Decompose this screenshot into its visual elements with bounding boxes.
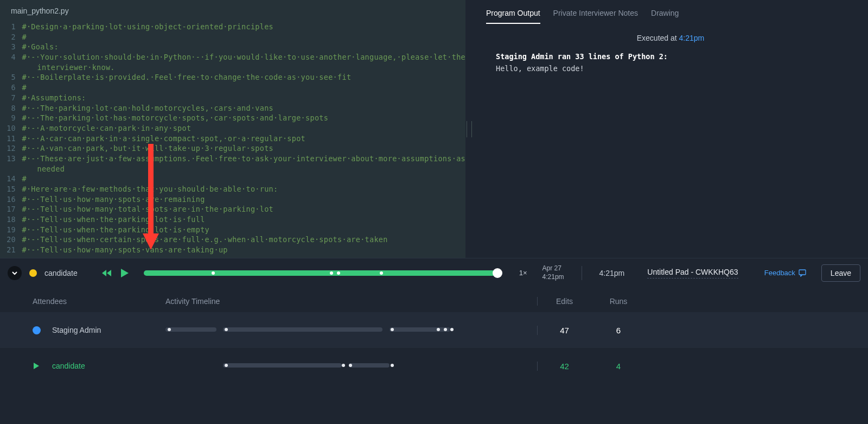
- code-area[interactable]: 123456789101112131415161718192021 #·Desi…: [0, 21, 465, 258]
- table-row[interactable]: Staging Admin476: [0, 312, 868, 348]
- output-tabs: Program Output Private Interviewer Notes…: [486, 5, 855, 24]
- leave-button[interactable]: Leave: [821, 264, 860, 282]
- runs-count: 6: [591, 326, 646, 335]
- play-icon: [33, 362, 40, 370]
- executed-at: Executed at 4:21pm: [486, 34, 855, 42]
- feedback-link[interactable]: Feedback: [764, 269, 806, 277]
- progress-bar[interactable]: [144, 270, 502, 276]
- tab-drawing[interactable]: Drawing: [651, 5, 679, 24]
- table-row[interactable]: candidate424: [0, 348, 868, 384]
- attendee-name: candidate: [52, 362, 165, 370]
- editor-pane: main_python2.py 123456789101112131415161…: [0, 0, 465, 258]
- program-output-text: Staging Admin ran 33 lines of Python 2: …: [486, 51, 855, 74]
- tab-program-output[interactable]: Program Output: [486, 5, 540, 24]
- pad-title[interactable]: Untitled Pad - CWKKHQ63: [647, 268, 738, 279]
- activity-timeline: [165, 363, 505, 369]
- editor-tab[interactable]: main_python2.py: [0, 0, 465, 21]
- tab-private-notes[interactable]: Private Interviewer Notes: [553, 5, 638, 24]
- candidate-label: candidate: [44, 269, 78, 277]
- status-dot-icon: [29, 269, 37, 277]
- edits-count: 47: [537, 326, 591, 335]
- activity-timeline: [165, 327, 505, 333]
- th-edits: Edits: [537, 297, 591, 306]
- rewind-button[interactable]: [101, 267, 113, 279]
- time-start: Apr 27 4:21pm: [542, 264, 564, 281]
- svg-rect-0: [799, 270, 806, 275]
- pane-divider[interactable]: [465, 0, 473, 258]
- output-pane: Program Output Private Interviewer Notes…: [473, 0, 868, 258]
- divider: [582, 266, 582, 280]
- speed-label[interactable]: 1×: [519, 269, 527, 277]
- th-activity: Activity Timeline: [165, 297, 505, 306]
- th-attendees: Attendees: [33, 297, 165, 306]
- attendee-table: Attendees Activity Timeline Edits Runs S…: [0, 287, 868, 384]
- play-button[interactable]: [119, 267, 131, 279]
- progress-head-icon[interactable]: [493, 268, 502, 278]
- collapse-button[interactable]: [8, 266, 22, 280]
- time-end: 4:21pm: [599, 269, 625, 277]
- th-runs: Runs: [591, 297, 646, 306]
- attendee-name: Staging Admin: [52, 326, 165, 334]
- edits-count: 42: [537, 362, 591, 371]
- playback-bar: candidate 1× Apr 27 4:21pm 4:21pm Untitl…: [0, 258, 868, 287]
- user-dot-icon: [33, 326, 41, 334]
- runs-count: 4: [591, 362, 646, 371]
